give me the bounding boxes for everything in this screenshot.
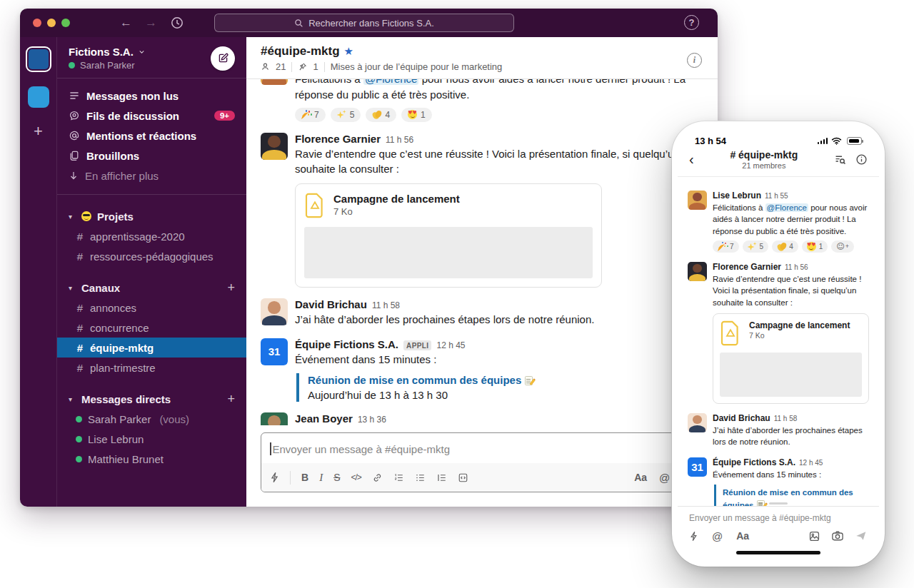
blockquote-button[interactable]: [436, 472, 447, 483]
author-name[interactable]: David Brichau: [295, 298, 367, 310]
add-messages-directs-button[interactable]: +: [227, 392, 235, 407]
composer-input[interactable]: Envoyer un message à #équipe-mktg: [261, 433, 703, 463]
channel-item-apprentissage-2020[interactable]: #apprentissage-2020: [57, 226, 246, 246]
channel-item-plan-trimestre[interactable]: #plan-trimestre: [57, 358, 246, 377]
new-message-button[interactable]: [211, 46, 235, 71]
text-format-icon[interactable]: Aa: [736, 530, 749, 542]
channel-item-ressources-p-dagogiques[interactable]: #ressources-pédagogiques: [57, 246, 246, 266]
event-link[interactable]: Réunion de mise en commun des équipes: [723, 488, 853, 506]
reaction-pill[interactable]: 7: [295, 108, 326, 122]
help-icon[interactable]: ?: [684, 15, 699, 30]
photo-icon[interactable]: [808, 530, 820, 542]
link-button[interactable]: [372, 472, 383, 483]
dm-item-sarah-parker[interactable]: Sarah Parker(vous): [57, 409, 246, 429]
member-count[interactable]: 21: [276, 61, 286, 72]
author-name[interactable]: Équipe Fictions S.A.: [295, 338, 398, 350]
add-canaux-button[interactable]: +: [227, 280, 235, 295]
drag-handle[interactable]: [769, 502, 788, 505]
shortcuts-bolt-icon[interactable]: [270, 472, 279, 483]
channel-item-concurrence[interactable]: #concurrence: [57, 318, 246, 338]
workspace-header[interactable]: Fictions S.A. Sarah Parker: [57, 37, 246, 78]
phone-composer: Envoyer un message à #équipe-mktg @ Aa: [678, 506, 879, 561]
author-name[interactable]: Équipe Fictions S.A.: [713, 457, 795, 467]
back-chevron-icon[interactable]: ‹: [689, 152, 694, 166]
send-icon[interactable]: [855, 529, 868, 542]
author-name[interactable]: Jean Boyer: [295, 412, 353, 425]
channel-info-icon[interactable]: [855, 153, 868, 166]
mention-at-icon[interactable]: @: [712, 530, 723, 542]
channel-item--quipe-mktg[interactable]: #équipe-mktg: [57, 338, 246, 358]
reaction-pill[interactable]: 1: [401, 108, 432, 122]
inline-code-button[interactable]: </>: [351, 472, 361, 482]
user-mention[interactable]: @Florence: [765, 203, 808, 212]
workspace-icon-active[interactable]: [26, 46, 51, 72]
strikethrough-button[interactable]: S: [333, 472, 340, 483]
reaction-pill[interactable]: 5: [331, 108, 361, 122]
author-name[interactable]: Florence Garnier: [713, 262, 781, 272]
channel-info-icon[interactable]: i: [687, 53, 702, 68]
reaction-pill[interactable]: 4: [772, 240, 798, 253]
dm-item-lise-lebrun[interactable]: Lise Lebrun: [57, 429, 246, 449]
timestamp[interactable]: 13 h 36: [358, 415, 386, 425]
reaction-pill[interactable]: 5: [743, 240, 769, 253]
add-workspace-button[interactable]: +: [34, 123, 43, 139]
star-icon[interactable]: ★: [344, 45, 353, 58]
italic-button[interactable]: I: [319, 472, 323, 484]
reaction-pill[interactable]: 4: [366, 108, 396, 122]
timestamp[interactable]: 11 h 56: [785, 263, 808, 271]
shortcuts-bolt-icon[interactable]: [689, 531, 698, 542]
minimize-window-button[interactable]: [47, 19, 56, 27]
event-link[interactable]: Réunion de mise en commun des équipes: [308, 374, 521, 386]
close-window-button[interactable]: [33, 19, 41, 27]
section-header-canaux[interactable]: ▾Canaux+: [57, 278, 246, 298]
timestamp[interactable]: 11 h 55: [765, 192, 788, 200]
bullet-list-button[interactable]: [415, 472, 426, 483]
sidebar-item-brouillons[interactable]: Brouillons: [57, 146, 246, 166]
history-forward-button[interactable]: →: [145, 16, 157, 30]
message: Lise Lebrun11 h 55Félicitations à @Flore…: [688, 191, 869, 253]
workspace-icon-secondary[interactable]: [28, 86, 49, 108]
mention-button[interactable]: @: [659, 472, 670, 484]
file-preview: [304, 227, 593, 278]
global-search-input[interactable]: Rechercher dans Fictions S.A.: [214, 14, 514, 32]
section-header-projets[interactable]: ▾Projets: [57, 206, 246, 226]
message-text: J’ai hâte d’aborder les prochaines étape…: [713, 425, 869, 448]
sidebar-divider: [57, 194, 246, 195]
history-back-button[interactable]: ←: [120, 16, 132, 30]
zoom-window-button[interactable]: [61, 19, 70, 27]
file-preview: [720, 353, 862, 397]
code-block-button[interactable]: [458, 472, 468, 483]
timestamp[interactable]: 12 h 45: [799, 459, 823, 467]
channel-search-icon[interactable]: [834, 153, 846, 166]
author-name[interactable]: Florence Garnier: [295, 133, 381, 145]
dm-item-matthieu-brunet[interactable]: Matthieu Brunet: [57, 449, 246, 469]
sidebar-item-mentions-et-r-actions[interactable]: Mentions et réactions: [57, 126, 246, 146]
text-format-button[interactable]: Aa: [634, 472, 647, 483]
message-header: Équipe Fictions S.A.APPLI12 h 45: [295, 338, 703, 351]
ordered-list-button[interactable]: [393, 472, 404, 483]
sidebar-item-fils-de-discussion[interactable]: Fils de discussion9+: [57, 106, 246, 126]
reaction-pill[interactable]: 7: [713, 240, 739, 253]
file-attachment-card[interactable]: Campagne de lancement7 Ko: [295, 183, 602, 288]
phone-composer-placeholder[interactable]: Envoyer un message à #équipe-mktg: [689, 513, 868, 523]
timestamp[interactable]: 11 h 58: [774, 415, 798, 422]
file-size: 7 Ko: [333, 206, 460, 217]
sidebar-item-en-afficher-plus[interactable]: En afficher plus: [57, 166, 246, 186]
section-header-messages-directs[interactable]: ▾Messages directs+: [57, 389, 246, 409]
timestamp[interactable]: 11 h 56: [386, 135, 413, 145]
camera-icon[interactable]: [831, 530, 844, 542]
bold-button[interactable]: B: [301, 472, 308, 483]
timestamp[interactable]: 11 h 58: [372, 300, 400, 310]
channel-item-annonces[interactable]: #annonces: [57, 298, 246, 318]
add-reaction-button[interactable]: ☺+: [831, 240, 854, 253]
reaction-pill[interactable]: 1: [802, 240, 828, 253]
history-clock-icon[interactable]: [170, 16, 184, 30]
channel-topic[interactable]: Mises à jour de l’équipe pour le marketi…: [331, 61, 503, 72]
timestamp[interactable]: 12 h 45: [436, 340, 465, 350]
author-name[interactable]: David Brichau: [713, 413, 770, 423]
user-mention[interactable]: @Florence: [363, 79, 419, 85]
pinned-count[interactable]: 1: [313, 61, 318, 72]
file-attachment-card[interactable]: Campagne de lancement7 Ko: [713, 313, 869, 404]
author-name[interactable]: Lise Lebrun: [713, 191, 761, 201]
sidebar-item-messages-non-lus[interactable]: Messages non lus: [57, 86, 246, 106]
